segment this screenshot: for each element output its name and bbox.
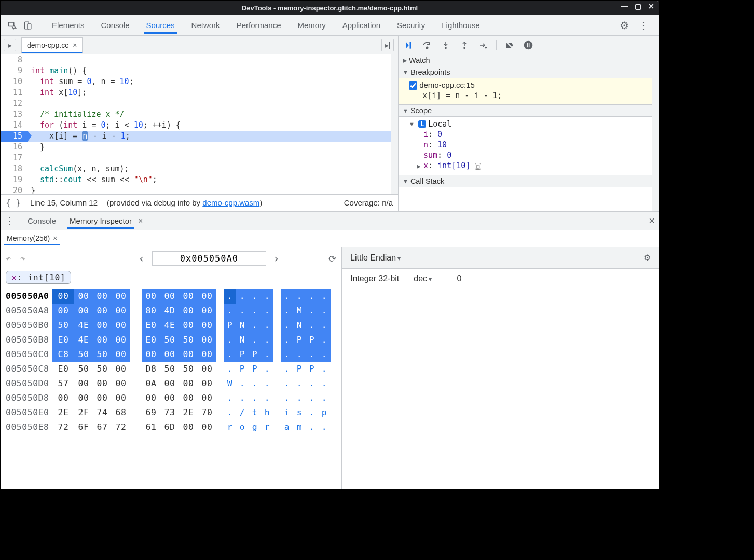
ascii-byte[interactable]: i [281,405,293,420]
line-number[interactable]: 11 [1,87,28,98]
file-tab[interactable]: demo-cpp.cc × [21,37,83,53]
hex-byte[interactable]: 00 [112,304,130,318]
hex-byte[interactable]: 57 [52,376,74,391]
code-line[interactable]: 10 int sum = 0, n = 10; [1,76,398,87]
hex-byte[interactable]: 50 [93,362,112,376]
code-line[interactable]: 20} [1,185,398,194]
ascii-byte[interactable]: . [249,391,261,405]
address-input[interactable] [152,251,266,266]
hex-byte[interactable]: 00 [198,289,216,304]
hex-byte[interactable]: 00 [112,391,130,405]
code-line[interactable]: 8 [1,54,398,65]
hex-byte[interactable]: 00 [160,391,179,405]
ascii-byte[interactable]: . [224,289,236,304]
memory-address[interactable]: 005050B8 [6,333,52,347]
tab-application[interactable]: Application [340,17,382,34]
scope-variable[interactable]: n: 10 [403,140,655,150]
scope-variable[interactable]: sum: 0 [403,150,655,160]
ascii-byte[interactable]: . [293,347,306,362]
ascii-byte[interactable]: . [261,289,273,304]
close-tab-icon[interactable]: × [138,216,143,226]
hex-byte[interactable]: 00 [179,289,198,304]
ascii-byte[interactable]: g [249,420,261,434]
memory-highlight-chip[interactable]: x: int[10] [6,271,71,284]
ascii-byte[interactable]: . [224,362,236,376]
close-tab-icon[interactable]: × [73,41,77,49]
hex-byte[interactable]: 00 [93,304,112,318]
scrollbar[interactable] [652,54,659,211]
ascii-byte[interactable]: W [224,376,236,391]
ascii-byte[interactable]: . [306,318,318,333]
step-into-icon[interactable] [440,39,451,51]
ascii-byte[interactable]: . [318,289,331,304]
line-number[interactable]: 16 [1,142,28,153]
ascii-byte[interactable]: . [318,347,331,362]
ascii-byte[interactable]: . [318,420,331,434]
ascii-byte[interactable]: . [261,376,273,391]
hex-byte[interactable]: 4E [160,318,179,333]
line-number[interactable]: 8 [1,54,28,65]
line-number[interactable]: 18 [1,163,28,174]
ascii-byte[interactable]: . [281,362,293,376]
ascii-byte[interactable]: . [281,376,293,391]
ascii-byte[interactable]: . [236,289,249,304]
hex-byte[interactable]: 00 [160,289,179,304]
hex-byte[interactable]: 00 [93,333,112,347]
ascii-byte[interactable]: . [261,362,273,376]
ascii-byte[interactable]: / [236,405,249,420]
breakpoints-section[interactable]: ▼Breakpoints [399,66,659,78]
hex-byte[interactable]: 00 [198,347,216,362]
ascii-byte[interactable]: . [261,304,273,318]
code-line[interactable]: 15 x[i] = n - i - 1; [1,131,398,142]
hex-byte[interactable]: 4E [74,318,93,333]
hex-byte[interactable]: E0 [142,333,160,347]
memory-address[interactable]: 005050C8 [6,362,52,376]
ascii-byte[interactable]: . [281,333,293,347]
endianness-select[interactable]: Little Endian [350,253,401,263]
pause-exceptions-icon[interactable] [523,39,534,51]
ascii-byte[interactable]: . [306,405,318,420]
ascii-byte[interactable]: . [318,304,331,318]
pretty-print-icon[interactable]: { } [6,198,21,208]
code-line[interactable]: 14 for (int i = 0; i < 10; ++i) { [1,120,398,131]
hex-byte[interactable]: 50 [93,347,112,362]
navigator-icon[interactable]: ▸ [4,39,16,51]
hex-byte[interactable]: 50 [52,318,74,333]
hex-byte[interactable]: 00 [112,362,130,376]
ascii-byte[interactable]: . [318,333,331,347]
tab-console[interactable]: Console [99,17,132,34]
hex-byte[interactable]: 00 [198,304,216,318]
ascii-byte[interactable]: . [306,347,318,362]
ascii-byte[interactable]: . [249,304,261,318]
close-tab-icon[interactable]: × [53,234,57,242]
line-number[interactable]: 9 [1,65,28,76]
code-line[interactable]: 11 int x[10]; [1,87,398,98]
line-number[interactable]: 15 [1,131,28,142]
ascii-byte[interactable]: . [236,391,249,405]
code-line[interactable]: 16 } [1,142,398,153]
memory-address[interactable]: 005050D8 [6,391,52,405]
hex-byte[interactable]: 00 [160,376,179,391]
tab-elements[interactable]: Elements [50,17,87,34]
callstack-section[interactable]: ▼Call Stack [399,175,659,187]
drawer-tab-console[interactable]: Console [25,213,58,229]
ascii-byte[interactable]: r [261,420,273,434]
ascii-byte[interactable]: s [293,405,306,420]
scope-section[interactable]: ▼Scope [399,105,659,117]
ascii-byte[interactable]: M [293,304,306,318]
ascii-byte[interactable]: . [249,289,261,304]
breakpoint-item[interactable]: demo-cpp.cc:15 x[i] = n - i - 1; [399,78,659,105]
hex-byte[interactable]: 00 [142,289,160,304]
scope-variable[interactable]: i: 0 [403,129,655,140]
ascii-byte[interactable]: P [236,362,249,376]
memory-address[interactable]: 005050E8 [6,420,52,434]
ascii-byte[interactable]: . [281,304,293,318]
ascii-byte[interactable]: . [293,376,306,391]
ascii-byte[interactable]: . [281,318,293,333]
redo-icon[interactable]: ↷ [20,253,32,264]
ascii-byte[interactable]: P [249,362,261,376]
hex-byte[interactable]: 50 [74,362,93,376]
ascii-byte[interactable]: P [306,362,318,376]
more-icon[interactable]: ⋮ [638,19,649,32]
wasm-link[interactable]: demo-cpp.wasm [202,198,259,207]
